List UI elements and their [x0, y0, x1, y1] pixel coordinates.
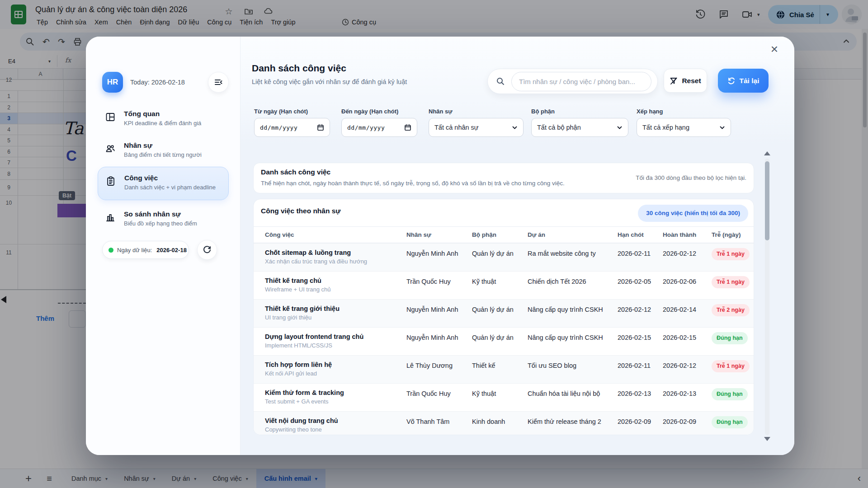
task-title: Chốt sitemap & luồng trang [265, 244, 406, 256]
cell-project: Ra mắt website công ty [528, 244, 618, 271]
cell-project: Nâng cấp quy trình CSKH [528, 328, 618, 355]
status-badge: Trễ 1 ngày [712, 276, 750, 288]
people-icon [105, 143, 116, 154]
refresh-icon [203, 245, 212, 254]
close-icon[interactable]: × [765, 40, 783, 58]
scroll-down-arrow[interactable] [764, 437, 770, 441]
date-to-value: dd/mm/yyyy [347, 124, 385, 131]
table-row[interactable]: Dựng layout frontend trang chủ Implement… [254, 327, 754, 355]
sidebar-item-subtitle: KPI deadline & điểm đánh giá [124, 120, 201, 127]
status-dot [108, 248, 113, 253]
reload-button[interactable]: Tải lại [718, 69, 769, 93]
hr-avatar: HR [102, 72, 123, 93]
date-to-input[interactable]: dd/mm/yyyy [341, 118, 417, 137]
status-badge: Trễ 1 ngày [712, 248, 750, 260]
task-title: Thiết kế trang giới thiệu [265, 300, 406, 312]
cell-project: Chuẩn hóa tài liệu nội bộ [528, 384, 618, 411]
col-dept: Bộ phận [472, 231, 528, 238]
col-project: Dự án [528, 231, 618, 238]
filter-label-rank: Xếp hạng [637, 108, 731, 115]
sidebar-item-overview[interactable]: Tổng quan KPI deadline & điểm đánh giá [98, 104, 229, 134]
cell-dept: Quản lý dự án [472, 244, 528, 271]
cell-person: Võ Thanh Tâm [406, 412, 472, 435]
calendar-icon [317, 124, 324, 131]
cell-deadline: 2026-02-11 [618, 356, 663, 383]
scroll-up-arrow[interactable] [764, 151, 770, 155]
reset-button[interactable]: Reset [664, 69, 707, 93]
dept-select[interactable]: Tất cả bộ phận [531, 118, 628, 137]
screen: Quản lý dự án & công việc toàn diện 2026… [0, 0, 868, 488]
reset-label: Reset [682, 77, 701, 85]
table-row[interactable]: Tích hợp form liên hệ Kết nối API gửi le… [254, 355, 754, 383]
status-badge: Đúng hạn [712, 332, 748, 344]
modal-main: Danh sách công việc Liệt kê công việc gắ… [241, 37, 794, 455]
task-title: Kiểm thử form & tracking [265, 384, 406, 396]
col-late: Trễ (ngày) [712, 231, 749, 238]
cell-deadline: 2026-02-13 [618, 384, 663, 411]
reload-label: Tải lại [740, 77, 760, 85]
task-desc: Implement HTML/CSS/JS [265, 342, 406, 349]
task-desc: Test submit + GA events [265, 398, 406, 405]
section-description: Thể hiện hạn chót, ngày hoàn thành thực … [261, 180, 565, 187]
dept-select-value: Tất cả bộ phận [537, 124, 581, 131]
table-row[interactable]: Thiết kế trang giới thiệu UI trang giới … [254, 299, 754, 327]
cell-project: Tối ưu SEO blog [528, 356, 618, 383]
chevron-down-icon [719, 125, 725, 131]
cell-person: Trần Quốc Huy [406, 384, 472, 411]
cell-person: Nguyễn Minh Anh [406, 244, 472, 271]
task-desc: UI trang giới thiệu [265, 314, 406, 321]
chevron-down-icon [512, 125, 518, 131]
rank-select[interactable]: Tất cả xếp hạng [637, 118, 731, 137]
sidebar-item-title: Nhân sự [124, 141, 202, 150]
task-title: Dựng layout frontend trang chủ [265, 328, 406, 340]
cell-dept: Kinh doanh [472, 412, 528, 435]
modal-scrollbar[interactable] [765, 159, 769, 435]
search-input[interactable] [511, 72, 651, 91]
task-table-card: Công việc theo nhân sự 30 công việc (hiể… [253, 199, 754, 435]
cell-deadline: 2026-02-09 [618, 412, 663, 435]
data-date-value: 2026-02-18 [156, 247, 187, 253]
cell-project: Chiến dịch Tết 2026 [528, 272, 618, 299]
sidebar-item-personnel[interactable]: Nhân sự Bảng điểm chi tiết từng người [98, 136, 229, 166]
sidebar-item-tasks[interactable]: Công việc Danh sách việc + vi phạm deadl… [98, 167, 229, 200]
table-row[interactable]: Chốt sitemap & luồng trang Xác nhận cấu … [254, 243, 754, 271]
sidebar-item-title: Tổng quan [124, 110, 201, 118]
status-badge: Đúng hạn [712, 416, 748, 428]
cell-dept: Quản lý dự án [472, 328, 528, 355]
cell-dept: Thiết kế [472, 356, 528, 383]
cell-dept: Quản lý dự án [472, 300, 528, 327]
sidebar-item-title: Công việc [124, 174, 216, 182]
data-date-pill: Ngày dữ liệu: 2026-02-18 [102, 241, 189, 259]
cell-deadline: 2026-02-11 [618, 244, 663, 271]
status-badge: Trễ 2 ngày [712, 304, 750, 316]
reload-icon [727, 77, 736, 85]
task-title: Thiết kế trang chủ [265, 272, 406, 284]
person-select[interactable]: Tất cả nhân sự [429, 118, 524, 137]
collapse-sidebar-button[interactable] [208, 72, 229, 93]
cell-dept: Kỹ thuật [472, 272, 528, 299]
cell-done: 2026-02-12 [663, 244, 712, 271]
sidebar-item-subtitle: Danh sách việc + vi phạm deadline [124, 184, 216, 191]
section-card: Danh sách công việc Thể hiện hạn chót, n… [253, 163, 754, 193]
table-row[interactable]: Kiểm thử form & tracking Test submit + G… [254, 383, 754, 411]
data-date-label: Ngày dữ liệu: [117, 247, 152, 253]
table-row[interactable]: Thiết kế trang chủ Wireframe + UI trang … [254, 271, 754, 299]
dashboard-icon [105, 112, 116, 122]
search-icon [496, 77, 505, 86]
cell-deadline: 2026-02-12 [618, 300, 663, 327]
cell-done: 2026-02-12 [663, 356, 712, 383]
calendar-icon [404, 124, 411, 131]
status-badge: Đúng hạn [712, 388, 748, 400]
filter-off-icon [670, 77, 678, 85]
panel-title: Danh sách công việc [252, 63, 346, 74]
date-from-input[interactable]: dd/mm/yyyy [254, 118, 330, 137]
cell-person: Trần Quốc Huy [406, 272, 472, 299]
sidebar-item-compare[interactable]: So sánh nhân sự Biểu đồ xếp hạng theo đi… [98, 205, 229, 235]
col-done: Hoàn thành [663, 231, 712, 238]
table-row[interactable]: Viết nội dung trang chủ Copywriting theo… [254, 411, 754, 435]
modal-scrollbar-thumb[interactable] [765, 161, 769, 240]
cell-done: 2026-02-06 [663, 272, 712, 299]
cell-done: 2026-02-09 [663, 412, 712, 435]
task-desc: Copywriting theo tone [265, 426, 406, 433]
refresh-data-button[interactable] [197, 240, 217, 260]
